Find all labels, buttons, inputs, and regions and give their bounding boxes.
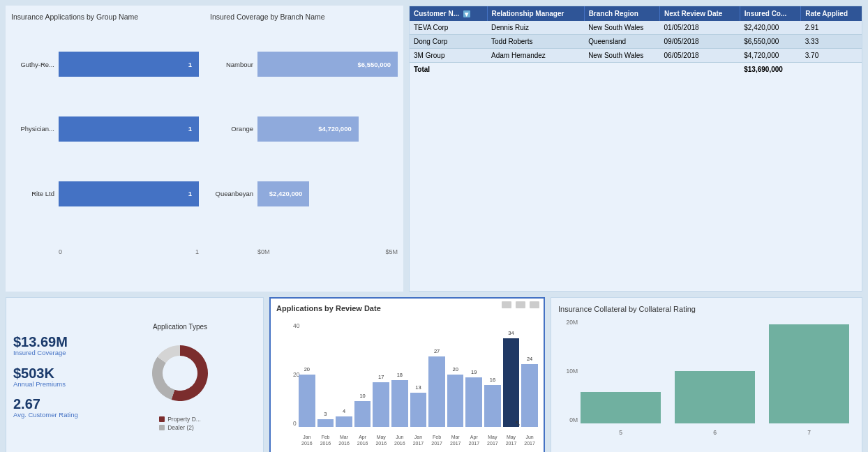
group-bar-value: 1 xyxy=(188,125,195,133)
group-bar-fill: 1 xyxy=(59,116,199,142)
branch-bar-fill: $6,550,000 xyxy=(257,52,398,77)
table-footer: Total $13,690,000 xyxy=(410,63,862,77)
col-review-date[interactable]: Next Review Date xyxy=(660,6,740,21)
review-bar-count: 16 xyxy=(484,377,501,383)
collateral-chart-panel: Insurance Collateral by Collateral Ratin… xyxy=(551,297,862,452)
review-bar: 20 xyxy=(299,375,315,427)
table-cell: New South Wales xyxy=(584,21,659,35)
top-row: Insurance Applications by Group Name Gut… xyxy=(6,6,862,292)
review-bar-count: 4 xyxy=(336,408,352,414)
table-cell: 01/05/2018 xyxy=(660,21,740,35)
branch-bar-track: $2,420,000 xyxy=(257,181,398,206)
kpi-section: $13.69M Insured Coverage $503K Annual Pr… xyxy=(13,305,104,450)
group-bar-row: Physician... 1 xyxy=(11,116,199,142)
kpi-rating: 2.67 Avg. Customer Rating xyxy=(13,397,104,419)
branch-bar-fill: $2,420,000 xyxy=(257,181,309,206)
review-bar-xlabel: May2017 xyxy=(484,435,501,446)
footer-empty-3 xyxy=(660,63,740,77)
table-cell: Queensland xyxy=(584,35,659,49)
kpi-insured: $13.69M Insured Coverage xyxy=(13,335,104,357)
donut-wrapper xyxy=(142,335,218,412)
table-cell: $4,720,000 xyxy=(740,49,801,63)
table-row[interactable]: TEVA CorpDennis RuizNew South Wales01/05… xyxy=(410,21,862,35)
table-footer-row: Total $13,690,000 xyxy=(410,63,862,77)
review-bar-xlabel: Jun2017 xyxy=(521,435,538,446)
table-cell: 3.70 xyxy=(801,49,862,63)
review-bar-col: 17 May2016 xyxy=(373,322,389,427)
review-bar-col: 24 Jun2017 xyxy=(521,322,538,427)
branch-axis-label-1: $5M xyxy=(385,248,398,255)
branch-bar-label: Orange xyxy=(210,125,253,133)
review-bar-col: 3 Feb2016 xyxy=(317,322,334,427)
group-bar-row: Guthy-Re... 1 xyxy=(11,52,199,77)
review-bar-xlabel: Feb2016 xyxy=(317,435,334,446)
review-bar-xlabel: Jun2016 xyxy=(391,435,408,446)
col-customer[interactable]: Customer N... ▼ xyxy=(410,6,487,21)
table-cell: 06/05/2018 xyxy=(660,49,740,63)
review-date-bar-chart: 40 20 0 20 Jan2016 3 Feb2016 4 Mar2016 1… xyxy=(276,322,538,441)
review-bar-xlabel: Apr2016 xyxy=(354,435,371,446)
group-bar-label: Guthy-Re... xyxy=(11,61,54,68)
review-bar: 13 xyxy=(410,393,427,427)
review-bar-count: 24 xyxy=(521,356,538,362)
review-bar-col: 34 ↖ May2017 xyxy=(503,322,520,427)
branch-bar-track: $4,720,000 xyxy=(257,116,398,142)
legend-dealer-dot xyxy=(159,425,165,430)
col-relationship[interactable]: Relationship Manager xyxy=(487,6,584,21)
footer-total: $13,690,000 xyxy=(740,63,801,77)
table-row[interactable]: Dong CorpTodd RobertsQueensland09/05/201… xyxy=(410,35,862,49)
review-bar-col: 18 Jun2016 xyxy=(391,322,408,427)
table-cell: New South Wales xyxy=(584,49,659,63)
collateral-bar-xlabel: 6 xyxy=(713,429,717,436)
more-icon[interactable] xyxy=(530,301,539,308)
donut-section: Application Types Property D... Dealer (… xyxy=(104,305,256,450)
table-cell: 3.33 xyxy=(801,35,862,49)
col-insured[interactable]: Insured Co... xyxy=(740,6,801,21)
review-bars-container: 20 Jan2016 3 Feb2016 4 Mar2016 10 Apr201… xyxy=(299,322,538,427)
review-bar-count: 19 xyxy=(465,369,482,375)
donut-legend: Property D... Dealer (2) xyxy=(159,416,201,432)
group-hbar-area: Guthy-Re... 1 Physician... 1 Rite Ltd 1 xyxy=(11,25,199,247)
expand-icon[interactable] xyxy=(516,301,525,308)
kpi-premiums-value: $503K xyxy=(13,366,104,380)
collateral-bars-container: 5 6 7 xyxy=(581,319,849,423)
table-header: Customer N... ▼ Relationship Manager Bra… xyxy=(410,6,862,21)
collateral-bar-xlabel: 7 xyxy=(807,429,811,436)
review-bar: 16 xyxy=(484,385,501,427)
review-bar: 17 xyxy=(373,382,389,427)
legend-dealer-label: Dealer (2) xyxy=(167,424,194,431)
table-cell: Todd Roberts xyxy=(487,35,584,49)
group-bar-row: Rite Ltd 1 xyxy=(11,181,199,206)
col-branch[interactable]: Branch Region xyxy=(584,6,659,21)
filter-icon[interactable]: ▼ xyxy=(463,10,470,17)
footer-empty-1 xyxy=(487,63,584,77)
footer-empty-2 xyxy=(584,63,659,77)
review-bar-col: 13 Jan2017 xyxy=(410,322,427,427)
kpi-rating-label: Avg. Customer Rating xyxy=(13,411,104,419)
group-axis-label-1: 1 xyxy=(195,248,199,255)
group-axis: 0 1 xyxy=(11,248,199,255)
branch-axis-label-0: $0M xyxy=(257,248,270,255)
table-row[interactable]: 3M GroupAdam HernandezNew South Wales06/… xyxy=(410,49,862,63)
review-bar-count: 10 xyxy=(354,393,371,399)
footer-empty-4 xyxy=(801,63,862,77)
dashboard: Insurance Applications by Group Name Gut… xyxy=(0,0,868,452)
collapse-icon[interactable] xyxy=(502,301,511,308)
branch-name-chart-panel: Insured Coverage by Branch Name Nambour … xyxy=(204,6,403,292)
customer-table: Customer N... ▼ Relationship Manager Bra… xyxy=(410,6,862,76)
review-bar: 19 xyxy=(465,377,482,427)
group-bar-value: 1 xyxy=(188,190,195,197)
collateral-bar-col: 5 xyxy=(581,319,661,423)
branch-bar-fill: $4,720,000 xyxy=(257,116,359,142)
legend-dealer: Dealer (2) xyxy=(159,424,201,431)
review-bar-count: 20 xyxy=(447,366,464,372)
branch-bar-chart: Nambour $6,550,000 Orange $4,720,000 Que… xyxy=(210,25,398,255)
group-bar-label: Rite Ltd xyxy=(11,190,54,197)
branch-bar-row: Queanbeyan $2,420,000 xyxy=(210,181,398,206)
donut-title: Application Types xyxy=(153,323,207,331)
branch-bar-row: Orange $4,720,000 xyxy=(210,116,398,142)
group-bar-track: 1 xyxy=(59,52,199,77)
review-bar: 4 xyxy=(336,416,352,427)
col-rate[interactable]: Rate Applied xyxy=(801,6,862,21)
table-cell: Dennis Ruiz xyxy=(487,21,584,35)
